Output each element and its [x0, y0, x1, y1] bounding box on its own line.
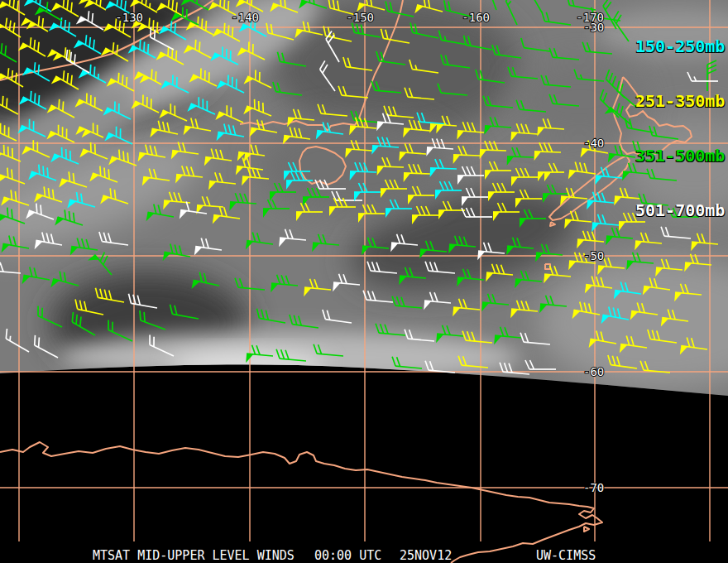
latitude-label: -60	[583, 365, 604, 378]
latitude-label: -30	[583, 21, 604, 34]
longitude-label: -150	[346, 11, 374, 24]
legend-label: 251-350mb	[635, 91, 725, 111]
longitude-label: -130	[115, 11, 143, 24]
caption-source: UW-CIMSS	[536, 548, 596, 563]
longitude-label: -160	[462, 11, 490, 24]
legend-label: 351-500mb	[635, 146, 725, 166]
caption-time: 00:00 UTC	[314, 548, 381, 563]
cloud-texture-blob	[513, 58, 645, 141]
latitude-label: -70	[583, 481, 604, 494]
latitude-label: -40	[583, 137, 604, 150]
map-canvas: -130-140-150-160-170-30-40-50-60-70	[0, 0, 728, 563]
legend-item-251-350mb: 251-350mb	[635, 92, 725, 110]
legend-label: 150-250mb	[635, 36, 725, 56]
legend-item-501-700mb: 501-700mb	[635, 201, 725, 219]
latitude-label: -50	[583, 249, 604, 262]
caption-product-name: MTSAT MID-UPPER LEVEL WINDS	[93, 548, 295, 563]
legend-item-351-500mb: 351-500mb	[635, 147, 725, 165]
pressure-level-legend: 150-250mb 251-350mb 351-500mb 501-700mb	[635, 1, 725, 256]
caption-date: 25NOV12	[400, 548, 452, 563]
satellite-wind-map: -130-140-150-160-170-30-40-50-60-70 150-…	[0, 0, 728, 563]
legend-label: 501-700mb	[635, 200, 725, 220]
legend-item-150-250mb: 150-250mb	[635, 37, 725, 55]
longitude-label: -140	[231, 11, 259, 24]
